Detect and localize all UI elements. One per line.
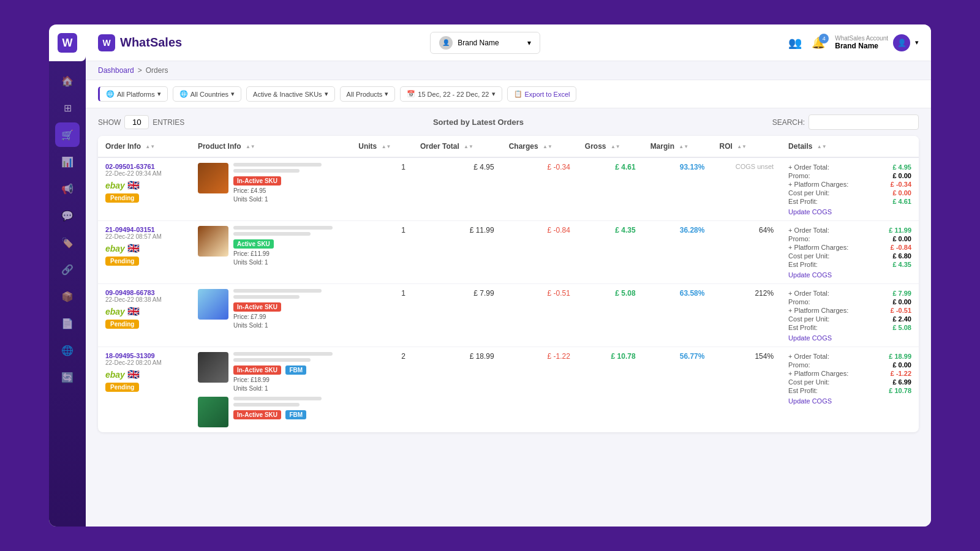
search-input[interactable] xyxy=(809,114,919,130)
ebay-icon: ebay xyxy=(105,181,125,190)
products-chevron: ▾ xyxy=(385,90,388,98)
details-cell: + Order Total:£ 11.99 Promo:£ 0.00 + Pla… xyxy=(781,221,919,284)
sku-badge: Active SKU xyxy=(233,239,274,249)
ebay-icon: ebay xyxy=(105,244,125,253)
charges-cell: £ -0.84 xyxy=(502,221,578,284)
skus-filter[interactable]: Active & Inactive SKUs ▾ xyxy=(246,86,335,102)
date-range-label: 15 Dec, 22 - 22 Dec, 22 xyxy=(418,91,489,98)
brand-selector-chevron: ▾ xyxy=(527,39,531,47)
sidebar-item-docs[interactable]: 📄 xyxy=(55,311,80,335)
order-date: 22-Dec-22 08:38 AM xyxy=(105,296,183,303)
detail-val: £ 0.00 xyxy=(892,189,911,197)
product-units-sold: Units Sold: 1 xyxy=(233,385,344,392)
product-name-bar-2 xyxy=(233,169,300,173)
sort-units[interactable]: ▲▼ xyxy=(382,144,391,149)
breadcrumb-home[interactable]: Dashboard xyxy=(98,66,134,75)
uk-flag: 🇬🇧 xyxy=(127,179,140,191)
detail-val: £ -0.84 xyxy=(891,244,911,251)
users-icon-btn[interactable]: 👥 xyxy=(788,36,802,50)
table-controls: SHOW 10 ENTRIES Sorted by Latest Orders … xyxy=(98,108,919,136)
sidebar-item-inventory[interactable]: 📦 xyxy=(55,284,80,309)
detail-label: Est Profit: xyxy=(788,387,818,394)
platform-flags: ebay 🇬🇧 xyxy=(105,242,183,254)
status-badge: Pending xyxy=(105,193,139,203)
order-info-cell: 18-09495-31309 22-Dec-22 08:20 AM ebay 🇬… xyxy=(98,347,190,433)
charges-cell: £ -1.22 xyxy=(502,347,578,433)
brand-name: Brand Name xyxy=(458,39,499,47)
countries-filter[interactable]: 🌐 All Countries ▾ xyxy=(173,86,241,102)
charges-cell: £ -0.34 xyxy=(502,157,578,221)
ebay-icon: ebay xyxy=(105,370,125,380)
product-price: Price: £7.99 xyxy=(233,313,344,320)
gross-cell: £ 4.61 xyxy=(578,157,643,221)
header-center: 👤 Brand Name ▾ xyxy=(430,32,540,54)
sidebar-item-globe[interactable]: 🌐 xyxy=(55,338,80,362)
charges-cell: £ -0.51 xyxy=(502,284,578,347)
sidebar-item-links[interactable]: 🔗 xyxy=(55,257,80,282)
gross-cell: £ 5.08 xyxy=(578,284,643,347)
filters-bar: 🌐 All Platforms ▾ 🌐 All Countries ▾ Acti… xyxy=(86,80,931,108)
sku-badge: In-Active SKU xyxy=(233,302,281,312)
sidebar-item-home[interactable]: 🏠 xyxy=(55,69,80,93)
detail-label: Cost per Unit: xyxy=(788,189,829,197)
sidebar-item-chat[interactable]: 💬 xyxy=(55,203,80,228)
notifications-btn[interactable]: 🔔 4 xyxy=(812,36,825,50)
sidebar-item-ads[interactable]: 📢 xyxy=(55,176,80,201)
product-units-sold: Units Sold: 1 xyxy=(233,259,344,266)
margin-cell: 63.58% xyxy=(643,284,712,347)
detail-val: £ 4.35 xyxy=(892,261,911,268)
detail-val: £ 6.80 xyxy=(892,252,911,260)
detail-val: £ 4.95 xyxy=(892,163,911,171)
sidebar-item-orders[interactable]: 🛒 xyxy=(55,122,80,147)
gross-cell: £ 4.35 xyxy=(578,221,643,284)
breadcrumb: Dashboard > Orders xyxy=(86,61,931,80)
date-range-btn[interactable]: 📅 15 Dec, 22 - 22 Dec, 22 ▾ xyxy=(400,86,502,102)
sidebar: W 🏠 ⊞ 🛒 📊 📢 💬 🏷️ 🔗 📦 📄 🌐 🔄 xyxy=(49,24,86,527)
platforms-filter[interactable]: 🌐 All Platforms ▾ xyxy=(98,86,168,102)
sort-order-info[interactable]: ▲▼ xyxy=(145,144,155,149)
margin-cell: 36.28% xyxy=(643,221,712,284)
units-cell: 1 xyxy=(351,157,413,221)
countries-chevron: ▾ xyxy=(231,90,235,98)
sort-gross[interactable]: ▲▼ xyxy=(611,144,620,149)
app-name: WhatSales xyxy=(120,36,182,50)
product-units-sold: Units Sold: 1 xyxy=(233,322,344,329)
sidebar-item-sync[interactable]: 🔄 xyxy=(55,365,80,389)
product-price: Price: £18.99 xyxy=(233,377,344,383)
products-filter[interactable]: All Products ▾ xyxy=(340,86,396,102)
entries-input[interactable]: 10 xyxy=(124,115,149,129)
col-units: Units ▲▼ xyxy=(351,136,413,157)
sidebar-item-grid[interactable]: ⊞ xyxy=(55,96,80,120)
detail-label: Cost per Unit: xyxy=(788,252,829,260)
order-id: 09-09498-66783 xyxy=(105,289,183,296)
detail-label: Promo: xyxy=(788,361,810,369)
detail-val: £ 0.00 xyxy=(892,235,911,242)
platform-flags: ebay 🇬🇧 xyxy=(105,179,183,191)
detail-label: + Platform Charges: xyxy=(788,181,848,188)
sort-roi[interactable]: ▲▼ xyxy=(737,144,747,149)
sort-details[interactable]: ▲▼ xyxy=(817,144,827,149)
sort-margin[interactable]: ▲▼ xyxy=(679,144,688,149)
products-label: All Products xyxy=(347,91,383,98)
sort-product-info[interactable]: ▲▼ xyxy=(246,144,255,149)
brand-selector[interactable]: 👤 Brand Name ▾ xyxy=(430,32,540,54)
sort-order-total[interactable]: ▲▼ xyxy=(464,144,473,149)
update-cogs-link[interactable]: Update COGS xyxy=(788,271,911,279)
header: W WhatSales 👤 Brand Name ▾ 👥 🔔 xyxy=(86,24,931,61)
notification-badge: 4 xyxy=(819,34,829,43)
update-cogs-link[interactable]: Update COGS xyxy=(788,397,911,405)
sidebar-item-analytics[interactable]: 📊 xyxy=(55,149,80,174)
detail-label: Cost per Unit: xyxy=(788,378,829,386)
update-cogs-link[interactable]: Update COGS xyxy=(788,208,911,216)
sort-charges[interactable]: ▲▼ xyxy=(543,144,552,149)
table-row: 21-09494-03151 22-Dec-22 08:57 AM ebay 🇬… xyxy=(98,221,919,284)
export-btn[interactable]: 📋 Export to Excel xyxy=(507,86,577,102)
user-menu-chevron[interactable]: ▾ xyxy=(915,39,919,47)
sidebar-item-tags[interactable]: 🏷️ xyxy=(55,230,80,255)
detail-label: Est Profit: xyxy=(788,198,818,205)
order-total-cell: £ 4.95 xyxy=(413,157,502,221)
roi-cell: 64% xyxy=(712,221,781,284)
update-cogs-link[interactable]: Update COGS xyxy=(788,334,911,342)
col-roi: ROI ▲▼ xyxy=(712,136,781,157)
order-date: 22-Dec-22 09:34 AM xyxy=(105,170,183,177)
